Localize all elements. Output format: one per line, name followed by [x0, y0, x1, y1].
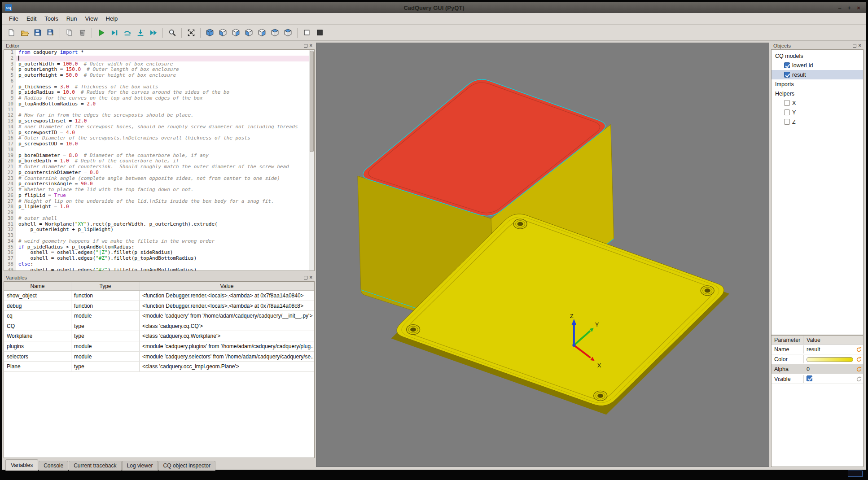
menu-file[interactable]: File [5, 13, 22, 25]
tree-item-result[interactable]: result [772, 70, 863, 79]
code-line[interactable]: 28p_lipHeight = 1.0 [4, 204, 314, 210]
code-line[interactable]: 17p_screwpostOD = 10.0 [4, 141, 314, 147]
code-line[interactable]: 39 oshell = oshell.edges("#Z").fillet(p_… [4, 267, 314, 271]
table-row[interactable]: Workplanetype<class 'cadquery.cq.Workpla… [4, 331, 314, 341]
toolbar-separator [92, 28, 92, 38]
menu-edit[interactable]: Edit [22, 13, 40, 25]
checkbox[interactable] [784, 62, 790, 68]
close-icon[interactable]: × [310, 275, 312, 280]
close-icon[interactable]: × [310, 43, 312, 48]
menu-help[interactable]: Help [102, 13, 122, 25]
3d-scene[interactable]: Z Y X [316, 43, 769, 467]
close-icon[interactable]: × [859, 43, 861, 48]
code-line[interactable]: 1from cadquery import * [4, 50, 314, 56]
copy-button[interactable] [63, 26, 75, 39]
continue-button[interactable] [147, 26, 159, 39]
open-script-button[interactable] [18, 26, 31, 39]
view-left-button[interactable] [243, 26, 255, 39]
table-row[interactable]: cqmodule<module 'cadquery' from '/home/a… [4, 311, 314, 321]
variable-value: <module 'cadquery.selectors' from '/home… [140, 352, 314, 362]
column-header-name[interactable]: Name [4, 282, 71, 290]
debug-script-button[interactable] [108, 26, 120, 39]
view-iso-button[interactable] [204, 26, 216, 39]
tree-item-label: CQ models [775, 53, 803, 59]
step-over-button[interactable] [121, 26, 133, 39]
scrollbar-thumb[interactable] [310, 51, 314, 152]
run-script-button[interactable] [95, 26, 107, 39]
tree-item-lowerlid[interactable]: lowerLid [772, 61, 863, 70]
table-row[interactable]: pluginsmodule<module 'cadquery.plugins' … [4, 341, 314, 352]
zoom-button[interactable] [166, 26, 178, 39]
menu-tools[interactable]: Tools [40, 13, 62, 25]
close-button[interactable]: × [855, 4, 863, 11]
code-line[interactable]: 10p_topAndBottomRadius = 2.0 [4, 101, 314, 107]
menu-run[interactable]: Run [62, 13, 81, 25]
table-row[interactable]: Planetype<class 'cadquery.occ_impl.geom.… [4, 362, 314, 372]
table-row[interactable]: CQtype<class 'cadquery.cq.CQ'> [4, 321, 314, 332]
property-row-name[interactable]: Nameresult [772, 345, 863, 354]
tree-item-z[interactable]: Z [772, 117, 863, 127]
property-row-visible[interactable]: Visible [772, 374, 863, 384]
fit-all-button[interactable] [185, 26, 197, 39]
menu-view[interactable]: View [81, 13, 102, 25]
shaded-view-button[interactable] [314, 26, 326, 39]
status-mini-window[interactable] [848, 471, 863, 477]
delete-button[interactable] [76, 26, 88, 39]
column-header-value[interactable]: Value [140, 282, 314, 290]
view-back-button[interactable] [230, 26, 242, 39]
editor-scrollbar[interactable] [309, 50, 314, 271]
code-line[interactable]: 37 oshell = oshell.edges("#Z").fillet(p_… [4, 256, 314, 262]
tab-console[interactable]: Console [39, 461, 68, 471]
editor-panel-title: Editor [6, 43, 19, 48]
view-top-button[interactable] [269, 26, 281, 39]
undock-icon[interactable] [304, 276, 307, 279]
visible-checkbox[interactable] [807, 375, 812, 381]
column-header-type[interactable]: Type [71, 282, 140, 290]
tree-item-imports[interactable]: Imports [772, 79, 863, 89]
save-as-script-button[interactable] [44, 26, 57, 39]
revert-icon[interactable] [856, 356, 862, 362]
step-into-icon [136, 29, 145, 37]
checkbox[interactable] [784, 72, 790, 78]
viewport-3d[interactable]: Z Y X [316, 43, 769, 467]
code-text: oshell = oshell.edges("#Z").fillet(p_top… [16, 256, 197, 262]
property-row-alpha[interactable]: Alpha0 [772, 364, 863, 374]
table-row[interactable]: selectorsmodule<module 'cadquery.selecto… [4, 352, 314, 362]
tree-item-label: lowerLid [792, 62, 813, 69]
checkbox[interactable] [784, 100, 790, 106]
code-line[interactable]: 32 p_outerHeight + p_lipHeight) [4, 227, 314, 233]
tab-cq-object-inspector[interactable]: CQ object inspector [158, 461, 215, 471]
new-script-button[interactable] [5, 26, 18, 39]
tree-item-y[interactable]: Y [772, 108, 863, 117]
tab-log-viewer[interactable]: Log viewer [122, 461, 158, 471]
tree-item-cq-models[interactable]: CQ models [772, 51, 863, 61]
table-row[interactable]: show_objectfunction<function Debugger.re… [4, 291, 314, 301]
minimize-button[interactable]: – [836, 4, 844, 11]
tree-item-helpers[interactable]: Helpers [772, 89, 863, 98]
revert-icon[interactable] [856, 376, 862, 382]
code-editor[interactable]: 1from cadquery import *23p_outerWidth = … [4, 49, 315, 271]
view-front-button[interactable] [217, 26, 229, 39]
checkbox[interactable] [784, 119, 790, 125]
title-bar[interactable]: cq CadQuery GUI (PyQT) – + × [2, 2, 866, 13]
view-right-button[interactable] [256, 26, 268, 39]
revert-icon[interactable] [856, 346, 862, 352]
tree-item-x[interactable]: X [772, 98, 863, 108]
step-into-button[interactable] [134, 26, 146, 39]
new-script-icon [8, 29, 15, 36]
table-row[interactable]: debugfunction<function Debugger.render.<… [4, 301, 314, 311]
color-swatch[interactable] [807, 357, 853, 362]
code-line[interactable]: 5p_outerHeight = 50.0 # Outer height of … [4, 73, 314, 79]
revert-icon[interactable] [856, 366, 862, 372]
save-script-button[interactable] [31, 26, 44, 39]
undock-icon[interactable] [304, 44, 307, 48]
checkbox[interactable] [784, 109, 790, 115]
view-bottom-button[interactable] [282, 26, 294, 39]
tab-current-traceback[interactable]: Current traceback [69, 461, 121, 471]
maximize-button[interactable]: + [845, 4, 853, 11]
undock-icon[interactable] [853, 44, 856, 48]
tab-variables[interactable]: Variables [5, 459, 38, 471]
variable-name: Plane [4, 362, 71, 371]
property-row-color[interactable]: Color [772, 354, 863, 364]
wireframe-view-button[interactable] [301, 26, 313, 39]
